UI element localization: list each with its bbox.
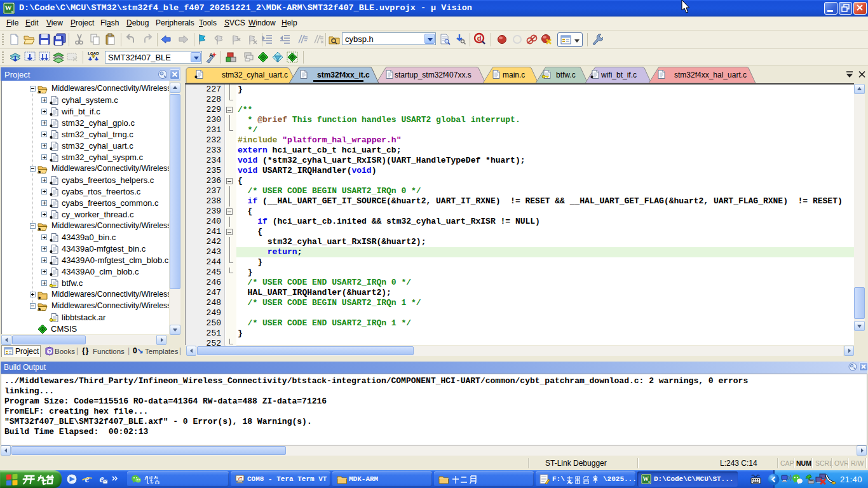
svg-text:A: A bbox=[209, 52, 214, 58]
svg-text:VT: VT bbox=[238, 477, 243, 480]
svg-text:?: ? bbox=[48, 349, 51, 355]
svg-text:d: d bbox=[477, 34, 482, 42]
svg-text:s: s bbox=[11, 9, 13, 14]
